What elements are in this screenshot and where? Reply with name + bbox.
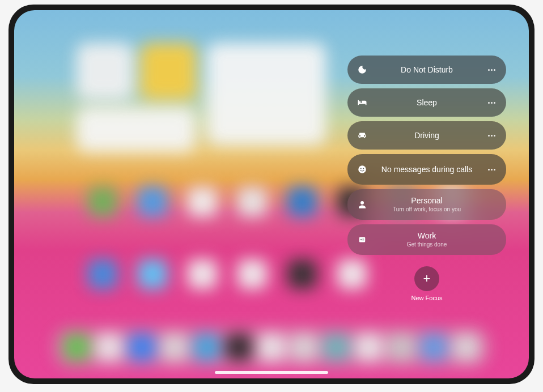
more-options-button[interactable]	[486, 164, 497, 175]
focus-modes-panel: Do Not Disturb Sleep	[347, 56, 506, 301]
focus-item-work[interactable]: Work Get things done	[347, 224, 506, 255]
app-icon-blurred	[88, 259, 117, 289]
moon-icon	[357, 64, 368, 75]
dock-icon-blurred	[291, 334, 317, 361]
ellipsis-icon	[488, 135, 495, 137]
new-focus-container: + New Focus	[347, 266, 506, 301]
focus-item-no-messages[interactable]: No messages during calls	[347, 154, 506, 185]
new-focus-button[interactable]: +	[414, 266, 439, 291]
app-icon-blurred	[138, 259, 167, 289]
focus-item-text: Driving	[368, 131, 486, 140]
app-icon-blurred	[287, 187, 317, 216]
focus-item-label: Do Not Disturb	[401, 65, 453, 75]
focus-item-label: Personal	[411, 196, 442, 206]
focus-item-text: No messages during calls	[368, 165, 486, 174]
dock-icon-blurred	[193, 334, 220, 361]
home-indicator[interactable]	[215, 371, 328, 374]
ellipsis-icon	[488, 69, 495, 71]
dock-icon-blurred	[323, 334, 350, 361]
reminders-widget-blurred	[77, 108, 196, 152]
svg-point-3	[360, 201, 364, 204]
ipad-device-frame: Do Not Disturb Sleep	[9, 5, 534, 384]
plus-icon: +	[423, 271, 431, 286]
focus-item-label: Sleep	[417, 98, 437, 108]
focus-item-label: No messages during calls	[381, 165, 472, 174]
app-icon-blurred	[287, 259, 317, 289]
car-icon	[357, 130, 368, 141]
smiley-icon	[357, 164, 368, 175]
ellipsis-icon	[488, 102, 495, 104]
clock-widget-blurred	[77, 43, 133, 100]
focus-item-do-not-disturb[interactable]: Do Not Disturb	[347, 56, 506, 84]
app-icon-blurred	[188, 259, 217, 289]
notes-widget-blurred	[140, 43, 197, 100]
svg-point-1	[360, 168, 362, 169]
focus-item-label: Driving	[414, 131, 439, 140]
focus-item-text: Work Get things done	[368, 231, 486, 248]
svg-rect-7	[362, 240, 364, 240]
app-icon-blurred	[138, 187, 167, 216]
ipad-screen: Do Not Disturb Sleep	[14, 10, 529, 378]
dock-icon-blurred	[258, 334, 285, 361]
dock-icon-blurred	[63, 334, 90, 361]
focus-item-sublabel: Turn off work, focus on you	[393, 206, 461, 213]
dock-icon-blurred	[388, 334, 414, 361]
focus-item-sleep[interactable]: Sleep	[347, 88, 506, 117]
dock-icon-blurred	[128, 334, 155, 361]
focus-item-sublabel: Get things done	[407, 241, 447, 248]
focus-item-label: Work	[418, 231, 436, 241]
svg-rect-6	[362, 239, 364, 240]
dock-icon-blurred	[421, 334, 447, 361]
more-options-button[interactable]	[486, 97, 497, 108]
person-icon	[357, 199, 368, 210]
dock-icon-blurred	[226, 334, 252, 361]
calendar-widget-blurred	[207, 43, 326, 145]
focus-item-text: Do Not Disturb	[368, 65, 486, 75]
more-options-button[interactable]	[486, 130, 497, 141]
focus-item-driving[interactable]: Driving	[347, 121, 506, 150]
more-options-button[interactable]	[486, 64, 497, 75]
new-focus-label: New Focus	[411, 295, 442, 301]
svg-point-2	[363, 168, 364, 169]
focus-item-text: Sleep	[368, 98, 486, 108]
focus-item-text: Personal Turn off work, focus on you	[368, 196, 486, 213]
app-icon-blurred	[88, 187, 117, 216]
app-row-2	[88, 259, 367, 289]
app-icon-blurred	[237, 187, 267, 216]
svg-point-0	[358, 165, 366, 173]
dock-blurred	[53, 327, 490, 367]
dock-icon-blurred	[355, 334, 382, 361]
dock-icon-blurred	[96, 334, 122, 361]
app-icon-blurred	[188, 187, 217, 216]
focus-item-personal[interactable]: Personal Turn off work, focus on you	[347, 189, 506, 220]
svg-rect-4	[359, 237, 366, 242]
badge-icon	[357, 234, 368, 245]
app-icon-blurred	[237, 259, 267, 289]
ellipsis-icon	[488, 169, 495, 171]
bed-icon	[357, 97, 368, 108]
dock-icon-blurred	[453, 334, 480, 361]
svg-point-5	[360, 239, 362, 241]
dock-icon-blurred	[161, 334, 188, 361]
